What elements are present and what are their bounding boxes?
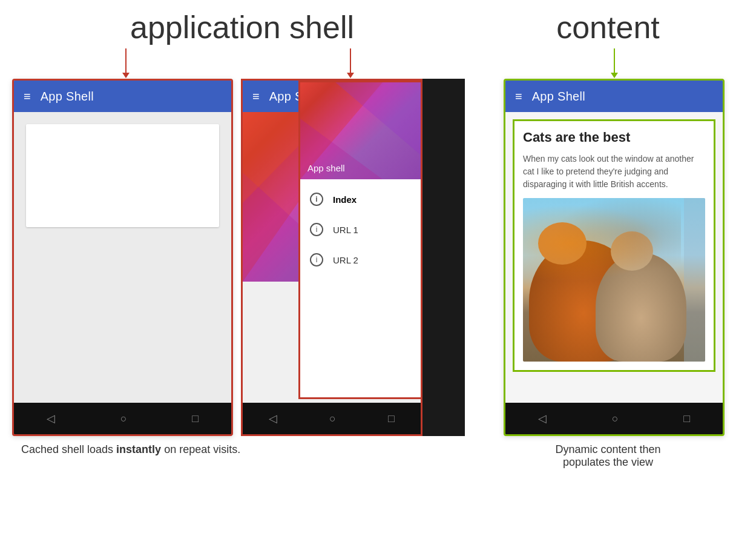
phone3-frame: ≡ App Shell Cats are the best When my ca…: [504, 79, 725, 436]
top-labels-row: application shell content: [12, 9, 744, 45]
drawer-item-index-icon: i: [310, 193, 323, 206]
phone3-home-icon[interactable]: ○: [612, 412, 619, 425]
arrow-head-phone2: [347, 73, 354, 78]
phone1-home-icon[interactable]: ○: [120, 412, 127, 425]
caption-left-area: Cached shell loads instantly on repeat v…: [15, 443, 475, 469]
drawer-item-url1-label: URL 1: [333, 225, 358, 235]
phone2-nav-bar: ◁ ○ □: [243, 403, 421, 434]
left-phones-row: ≡ App Shell ◁ ○ □: [12, 79, 472, 436]
cat-image: [523, 198, 705, 362]
phone2-dark-side: [422, 79, 465, 436]
phone2-combined-wrapper: ≡ App Shell: [241, 79, 465, 436]
phone1-app-bar: ≡ App Shell: [14, 81, 231, 112]
phone3-content-card: Cats are the best When my cats look out …: [513, 119, 715, 372]
bottom-captions: Cached shell loads instantly on repeat v…: [12, 443, 744, 469]
arrow-line-phone2: [350, 48, 351, 73]
drawer-item-index[interactable]: i Index: [300, 184, 421, 214]
phone1-app-bar-title: App Shell: [41, 90, 94, 104]
phone1-nav-bar: ◁ ○ □: [14, 403, 231, 434]
left-phones-area: ≡ App Shell ◁ ○ □: [12, 48, 472, 436]
phone3-app-bar: ≡ App Shell: [505, 81, 723, 112]
arrow-line-phone1: [125, 48, 127, 73]
content-row: ≡ App Shell ◁ ○ □: [12, 48, 744, 436]
phone3-back-icon[interactable]: ◁: [538, 412, 547, 425]
phone3-content-text: When my cats look out the window at anot…: [523, 153, 705, 191]
drawer-header-app-shell-label: App shell: [307, 163, 345, 173]
drawer-item-url2-icon: i: [310, 253, 323, 266]
drawer-header-image: App shell: [300, 82, 421, 179]
foliage-bg: [523, 198, 681, 288]
phone1-content-area: [14, 112, 231, 403]
phone3-nav-bar: ◁ ○ □: [505, 403, 723, 434]
right-arrow-container: [611, 48, 618, 79]
phone2-drawer: App shell i Index: [298, 81, 422, 399]
arrow-head-phone1: [122, 73, 130, 78]
phone3-content-area: Cats are the best When my cats look out …: [505, 112, 723, 403]
phone1-frame: ≡ App Shell ◁ ○ □: [12, 79, 233, 436]
drawer-items-container: i Index i URL 1 i: [300, 179, 421, 280]
phone3-hamburger-icon: ≡: [515, 90, 522, 102]
phone2-recents-icon[interactable]: □: [388, 412, 395, 425]
drawer-item-url2[interactable]: i URL 2: [300, 245, 421, 275]
arrow-line-phone3: [614, 48, 615, 73]
content-header-label: content: [472, 9, 744, 45]
right-phone-area: ≡ App Shell Cats are the best When my ca…: [484, 48, 744, 436]
caption-right-line1: Dynamic content then: [555, 443, 660, 455]
left-arrows-container: [12, 48, 472, 79]
phone2-hamburger-icon: ≡: [252, 90, 260, 102]
drawer-item-url2-label: URL 2: [333, 255, 358, 265]
caption-left-bold: instantly: [116, 443, 161, 455]
caption-right-area: Dynamic content then populates the view: [475, 443, 741, 469]
phone3-app-bar-title: App Shell: [532, 90, 585, 104]
phone3-recents-icon[interactable]: □: [683, 412, 690, 425]
phone2-frame: ≡ App Shell: [241, 79, 422, 436]
drawer-item-index-label: Index: [333, 194, 357, 205]
phone2-home-icon[interactable]: ○: [329, 412, 336, 425]
phone1-loading-placeholder: [26, 124, 219, 227]
drawer-item-url1[interactable]: i URL 1: [300, 214, 421, 245]
phone1-hamburger-icon: ≡: [24, 90, 31, 102]
caption-right-line2: populates the view: [563, 456, 653, 468]
window-frame: [684, 198, 705, 362]
arrow-head-phone3: [611, 73, 618, 78]
phone1-recents-icon[interactable]: □: [192, 412, 199, 425]
drawer-item-url1-icon: i: [310, 223, 323, 236]
phone1-back-icon[interactable]: ◁: [47, 412, 55, 425]
app-shell-header-label: application shell: [12, 9, 472, 45]
phone3-content-title: Cats are the best: [523, 130, 705, 145]
arrow-phone2: [347, 48, 354, 78]
phone2-back-icon[interactable]: ◁: [269, 412, 277, 425]
page-container: application shell content: [0, 0, 756, 559]
arrow-phone1: [122, 48, 130, 78]
